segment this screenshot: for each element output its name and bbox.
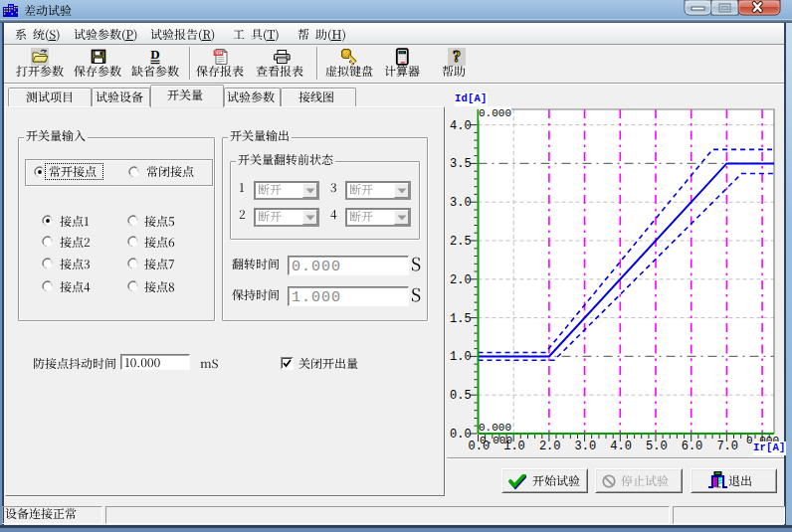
svg-text:EXL: EXL (215, 52, 223, 56)
svg-text:?: ? (453, 48, 461, 65)
svg-text:D: D (150, 48, 159, 62)
